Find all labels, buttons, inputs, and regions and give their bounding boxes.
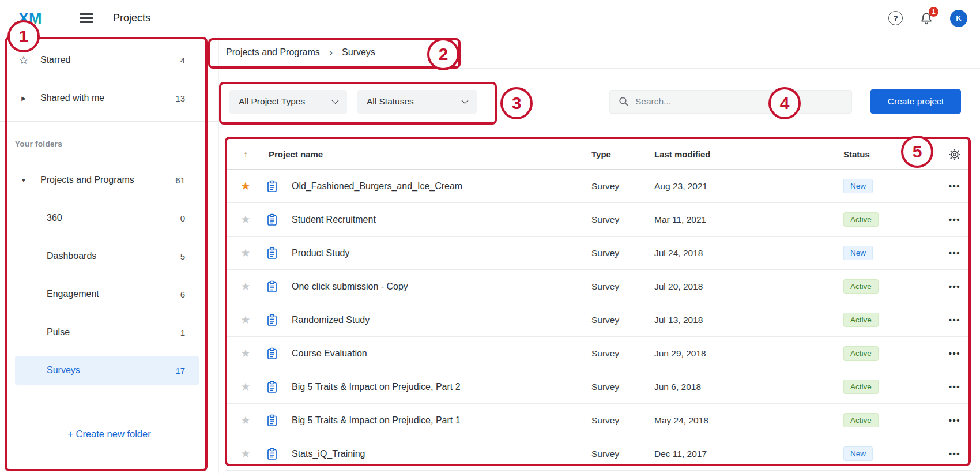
row-actions-icon[interactable]: [949, 348, 960, 358]
column-header-last-modified[interactable]: Last modified: [640, 149, 829, 159]
chevron-down-icon: [331, 96, 339, 104]
star-icon[interactable]: [240, 316, 250, 325]
project-last-modified: Jun 29, 2018: [640, 348, 829, 359]
sidebar-item-360[interactable]: 360 0: [0, 199, 218, 237]
chevron-down-icon[interactable]: [15, 177, 32, 183]
column-header-status[interactable]: Status: [829, 149, 938, 159]
folder-label: Projects and Programs: [40, 175, 175, 185]
menu-icon[interactable]: [80, 11, 93, 26]
search-input[interactable]: [635, 96, 843, 107]
star-icon[interactable]: [240, 449, 250, 459]
project-name[interactable]: Stats_iQ_Training: [285, 449, 582, 459]
status-badge: New: [843, 246, 873, 260]
sidebar-item-projects-and-programs[interactable]: Projects and Programs 61: [0, 161, 218, 199]
row-actions-icon[interactable]: [949, 248, 960, 258]
sidebar-divider: [0, 121, 218, 122]
project-last-modified: Jul 20, 2018: [640, 281, 829, 292]
sidebar: Starred 4 Shared with me 13 Your folders…: [0, 36, 219, 473]
table-row[interactable]: Randomized Study Survey Jul 13, 2018 Act…: [225, 303, 971, 337]
row-actions-icon[interactable]: [949, 281, 960, 291]
status-badge: Active: [843, 279, 879, 294]
status-badge: New: [843, 179, 873, 193]
status-badge: Active: [843, 212, 879, 227]
project-name[interactable]: Old_Fashioned_Burgers_and_Ice_Cream: [285, 181, 582, 192]
row-actions-icon[interactable]: [949, 415, 960, 425]
table-row[interactable]: Big 5 Traits & Impact on Prejudice, Part…: [225, 370, 971, 404]
table-settings-gear-icon[interactable]: [938, 148, 971, 161]
folder-label: Engagement: [47, 289, 180, 299]
project-table-body: Old_Fashioned_Burgers_and_Ice_Cream Surv…: [225, 170, 971, 471]
project-last-modified: May 24, 2018: [640, 415, 829, 426]
star-icon[interactable]: [240, 416, 250, 426]
star-icon[interactable]: [240, 349, 250, 359]
star-icon[interactable]: [240, 382, 250, 392]
folder-label: Pulse: [47, 327, 180, 337]
search-icon: [618, 96, 630, 107]
help-icon[interactable]: ?: [888, 11, 903, 25]
search-box[interactable]: [609, 90, 852, 114]
project-type: Survey: [582, 382, 640, 392]
row-actions-icon[interactable]: [949, 215, 960, 224]
table-row[interactable]: Product Study Survey Jul 24, 2018 New: [225, 236, 971, 270]
table-row[interactable]: Student Recruitment Survey Mar 11, 2021 …: [225, 203, 971, 236]
column-header-type[interactable]: Type: [582, 149, 640, 159]
column-header-project-name[interactable]: Project name: [259, 149, 582, 159]
row-actions-icon[interactable]: [949, 382, 960, 392]
survey-clipboard-icon: [259, 213, 285, 226]
status-filter-value: All Statuses: [367, 96, 414, 107]
table-row[interactable]: Course Evaluation Survey Jun 29, 2018 Ac…: [225, 337, 971, 370]
breadcrumb-projects-and-programs[interactable]: Projects and Programs: [226, 47, 320, 58]
table-row[interactable]: Big 5 Traits & Impact on Prejudice, Part…: [225, 404, 971, 437]
project-name[interactable]: Randomized Study: [285, 315, 582, 325]
table-row[interactable]: Old_Fashioned_Burgers_and_Ice_Cream Surv…: [225, 170, 971, 203]
table-header-row: ↑ Project name Type Last modified Status: [225, 140, 971, 170]
breadcrumb-chevron-icon: ›: [329, 47, 333, 58]
row-actions-icon[interactable]: [949, 181, 960, 191]
star-icon[interactable]: [240, 182, 250, 192]
status-badge: Active: [843, 413, 879, 427]
chevron-right-icon: [15, 95, 32, 102]
status-filter-dropdown[interactable]: All Statuses: [357, 90, 477, 114]
project-name[interactable]: Product Study: [285, 248, 582, 258]
sidebar-item-pulse[interactable]: Pulse 1: [0, 313, 218, 351]
notifications-bell-icon[interactable]: 1: [919, 11, 934, 26]
create-folder-section: + Create new folder: [0, 421, 218, 447]
project-name[interactable]: Student Recruitment: [285, 215, 582, 225]
project-last-modified: Jul 24, 2018: [640, 248, 829, 258]
status-badge: Active: [843, 313, 879, 327]
sidebar-item-count: 4: [180, 55, 185, 65]
status-badge: Active: [843, 380, 879, 394]
project-name[interactable]: Course Evaluation: [285, 348, 582, 359]
main-content: Projects and Programs › Surveys All Proj…: [219, 36, 980, 473]
star-icon[interactable]: [240, 249, 250, 258]
sidebar-item-surveys[interactable]: Surveys 17: [0, 351, 218, 389]
project-type: Survey: [582, 315, 640, 325]
avatar[interactable]: K: [950, 10, 967, 27]
star-icon[interactable]: [240, 282, 250, 292]
folder-count: 0: [180, 213, 185, 223]
sidebar-item-starred[interactable]: Starred 4: [0, 41, 218, 79]
project-name[interactable]: Big 5 Traits & Impact on Prejudice, Part…: [285, 415, 582, 426]
sidebar-item-shared-with-me[interactable]: Shared with me 13: [0, 79, 218, 117]
create-project-button[interactable]: Create project: [870, 89, 961, 114]
sort-arrow-icon[interactable]: ↑: [232, 149, 259, 160]
breadcrumb-surveys: Surveys: [342, 47, 375, 58]
filters-row: All Project Types All Statuses Create pr…: [219, 89, 980, 114]
survey-clipboard-icon: [259, 414, 285, 427]
project-name[interactable]: One click submission - Copy: [285, 281, 582, 292]
project-name[interactable]: Big 5 Traits & Impact on Prejudice, Part…: [285, 382, 582, 392]
row-actions-icon[interactable]: [949, 449, 960, 459]
project-last-modified: Aug 23, 2021: [640, 181, 829, 192]
project-type-filter-dropdown[interactable]: All Project Types: [229, 90, 347, 114]
table-row[interactable]: Stats_iQ_Training Survey Dec 11, 2017 Ne…: [225, 437, 971, 471]
folder-count: 17: [175, 366, 185, 376]
sidebar-item-engagement[interactable]: Engagement 6: [0, 275, 218, 313]
star-icon[interactable]: [240, 215, 250, 225]
table-row[interactable]: One click submission - Copy Survey Jul 2…: [225, 270, 971, 303]
folder-count: 1: [180, 328, 185, 337]
sidebar-item-dashboards[interactable]: Dashboards 5: [0, 237, 218, 275]
row-actions-icon[interactable]: [949, 315, 960, 325]
project-type: Survey: [582, 215, 640, 225]
sidebar-item-count: 13: [175, 93, 185, 103]
create-new-folder-button[interactable]: + Create new folder: [67, 429, 150, 440]
